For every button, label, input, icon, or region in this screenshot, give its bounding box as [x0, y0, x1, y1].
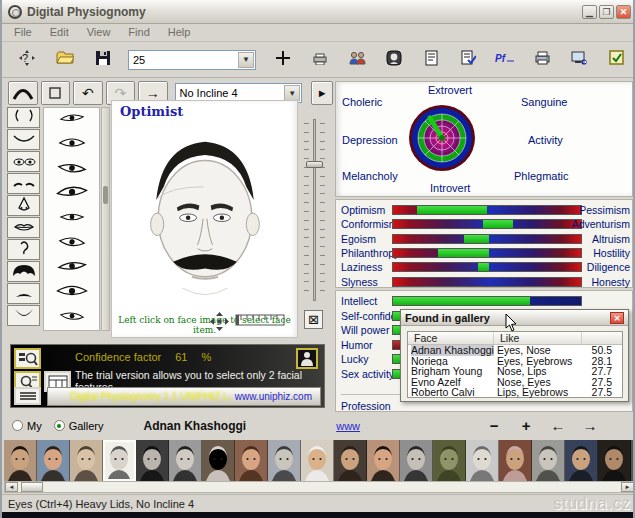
clear-feature-icon[interactable]: ⊠	[304, 310, 323, 329]
add-button[interactable]	[270, 48, 296, 72]
face-canvas[interactable]: Optimist Left click on face image to sel…	[111, 100, 298, 338]
menu-item-edit[interactable]: Edit	[50, 26, 69, 39]
gallery-thumbnail[interactable]	[532, 440, 565, 481]
users-button[interactable]	[344, 48, 370, 72]
gallery-thumbnail[interactable]	[268, 440, 301, 481]
eye-variant-item[interactable]	[54, 210, 90, 228]
gallery-thumbnail[interactable]	[433, 440, 466, 481]
caption-text-button[interactable]: Pf	[492, 48, 518, 72]
gallery-thumbnail[interactable]	[565, 440, 598, 481]
text-lines-icon[interactable]	[14, 387, 41, 405]
lips-category-button[interactable]	[7, 217, 40, 238]
verify-document-button[interactable]	[455, 48, 481, 72]
portrait-photo	[532, 440, 565, 481]
mouse-cursor	[505, 314, 518, 333]
info-panel: Confidence factor 61 % The trial version…	[10, 344, 325, 408]
eye-variant-item[interactable]	[54, 259, 90, 277]
report-button[interactable]	[418, 48, 444, 72]
options-checkbox-button[interactable]	[603, 48, 629, 72]
col-face[interactable]: Face	[408, 332, 494, 344]
menu-item-find[interactable]: Find	[128, 26, 149, 39]
next-face-button[interactable]: →	[576, 417, 604, 434]
open-folder-button[interactable]	[52, 48, 78, 72]
gallery-thumbnail[interactable]	[202, 440, 235, 481]
gallery-thumbnail[interactable]	[367, 440, 400, 481]
eye-list-scrollbar[interactable]	[101, 107, 110, 331]
slider-thumb[interactable]	[306, 161, 323, 168]
menu-item-view[interactable]: View	[87, 26, 111, 39]
size-ruler-icon[interactable]	[235, 312, 285, 328]
close-button[interactable]: ✕	[616, 5, 631, 19]
gallery-thumbnail[interactable]	[334, 440, 367, 481]
add-face-button[interactable]: +	[512, 417, 540, 434]
gallery-thumbnail[interactable]	[169, 440, 202, 481]
eye-variant-item[interactable]	[54, 235, 90, 253]
prev-face-button[interactable]: ←	[544, 417, 572, 434]
gallery-thumbnail[interactable]	[4, 440, 37, 481]
face-outline-category-button[interactable]	[7, 107, 40, 128]
eye-variant-item[interactable]	[54, 284, 90, 302]
gallery-thumbnail[interactable]	[37, 440, 70, 481]
person-icon[interactable]	[296, 348, 318, 369]
scroll-right-icon[interactable]: ►	[621, 482, 634, 492]
scroll-left-icon[interactable]: ◄	[5, 482, 18, 492]
print-preview-button[interactable]	[307, 48, 333, 72]
gallery-thumbnail[interactable]	[235, 440, 268, 481]
save-button[interactable]	[90, 48, 116, 72]
gallery-thumbnail[interactable]	[466, 440, 499, 481]
frame-select-button[interactable]	[41, 81, 71, 105]
gallery-thumbnail[interactable]	[400, 440, 433, 481]
gallery-thumbnail[interactable]	[499, 440, 532, 481]
face-sketch[interactable]	[130, 121, 280, 307]
scroll-thumb[interactable]	[21, 482, 43, 492]
trait-right-label: Altruism	[592, 233, 630, 245]
gallery-thumbnail[interactable]	[301, 440, 334, 481]
popup-result-row[interactable]: Adnan Khashoggi Eyes, Nose 50.5	[408, 345, 622, 356]
eyebrows-category-button[interactable]	[7, 173, 40, 194]
remove-face-button[interactable]: −	[480, 417, 508, 434]
hair-top-button[interactable]	[8, 81, 38, 105]
menu-item-file[interactable]: File	[14, 26, 32, 39]
search-gallery-icon[interactable]	[14, 348, 41, 369]
eyes-pair-category-button[interactable]	[7, 151, 40, 172]
eye-variant-item[interactable]	[54, 309, 90, 327]
gallery-thumbnail[interactable]	[103, 440, 136, 481]
hair-wig-category-button[interactable]	[7, 261, 40, 282]
popup-close-icon[interactable]: ✕	[610, 312, 624, 324]
gallery-thumbnail[interactable]	[136, 440, 169, 481]
www-link[interactable]: www	[336, 420, 360, 432]
print-button[interactable]	[529, 48, 555, 72]
chevron-down-icon[interactable]: ▼	[284, 85, 300, 101]
col-like[interactable]: Like	[494, 332, 582, 344]
gallery-thumbnail[interactable]	[598, 440, 631, 481]
chin-category-button[interactable]	[7, 129, 40, 150]
eye-variant-item[interactable]	[54, 111, 90, 129]
face-gallery-button[interactable]	[381, 48, 407, 72]
uniphiz-link[interactable]: www.uniphiz.com	[235, 391, 312, 402]
eye-variant-item[interactable]	[54, 161, 90, 179]
eye-variant-item[interactable]	[54, 185, 90, 203]
incline-slider[interactable]	[302, 115, 326, 305]
gallery-scrollbar[interactable]: ◄ ►	[4, 481, 635, 493]
eye-variant-item[interactable]	[54, 136, 90, 154]
nose-category-button[interactable]	[7, 195, 40, 216]
undo-button[interactable]: ↶	[73, 81, 103, 105]
minimize-button[interactable]: ▁	[582, 5, 597, 19]
maximize-button[interactable]: ❐	[599, 5, 614, 19]
mustache-category-button[interactable]	[7, 283, 40, 304]
play-button[interactable]: ►	[311, 81, 333, 105]
col-score[interactable]	[582, 332, 616, 344]
zoom-combobox[interactable]: 25 ▼	[128, 50, 256, 70]
beard-category-button[interactable]	[7, 305, 40, 326]
radio-gallery[interactable]	[54, 420, 65, 431]
menu-item-help[interactable]: Help	[168, 26, 191, 39]
gallery-thumbnail[interactable]	[70, 440, 103, 481]
popup-result-row[interactable]: Roberto Calvi Lips, Eyebrows 27.5	[408, 387, 622, 398]
move-face-icon[interactable]	[210, 312, 229, 331]
title-bar[interactable]: Digital Physiognomy ▁ ❐ ✕	[2, 0, 635, 24]
face-pose-button[interactable]: ?	[14, 48, 40, 72]
chevron-down-icon[interactable]: ▼	[238, 52, 254, 68]
radio-my[interactable]	[12, 420, 23, 431]
ear-category-button[interactable]	[7, 239, 40, 260]
export-monitor-button[interactable]	[566, 48, 592, 72]
